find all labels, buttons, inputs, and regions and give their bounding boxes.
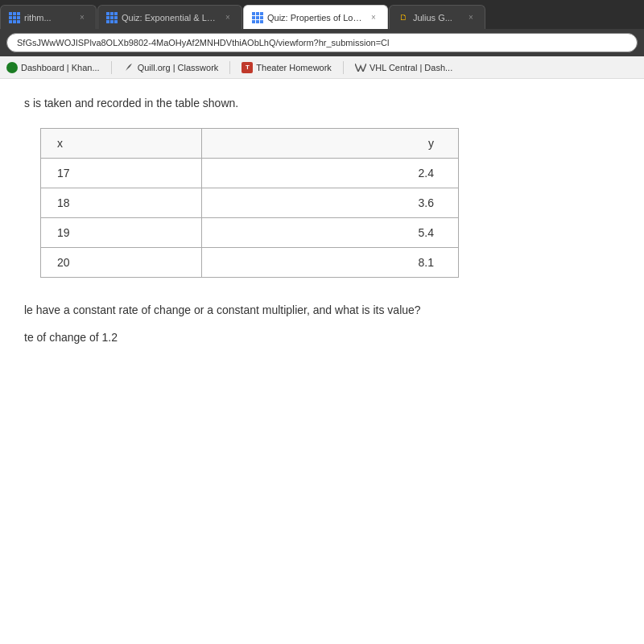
data-table: x y 172.4183.6195.4208.1 xyxy=(40,128,459,278)
theater-icon: T xyxy=(242,62,253,73)
question-text: le have a constant rate of change or a c… xyxy=(24,302,588,319)
divider-3 xyxy=(343,61,344,74)
table-cell-x: 19 xyxy=(41,218,202,248)
divider-2 xyxy=(229,61,230,74)
bookmark-vhl-label: VHL Central | Dash... xyxy=(369,63,452,72)
table-cell-x: 18 xyxy=(41,188,202,218)
svg-point-0 xyxy=(8,64,16,72)
bookmark-quill-label: Quill.org | Classwork xyxy=(138,63,219,72)
tab-4-close[interactable]: × xyxy=(465,12,477,23)
table-cell-x: 17 xyxy=(41,159,202,188)
tab-2-icon xyxy=(106,12,118,23)
tab-3-close[interactable]: × xyxy=(368,12,379,23)
answer-text: te of change of 1.2 xyxy=(24,331,588,344)
table-header-x: x xyxy=(41,129,202,159)
address-input[interactable]: SfGsJWwWOJISPlva8OLXb9802-4MaOHyAf2MNHDV… xyxy=(6,33,638,52)
tab-1-close[interactable]: × xyxy=(76,12,88,23)
table-cell-y: 3.6 xyxy=(201,188,458,218)
tab-3-icon xyxy=(252,12,263,23)
table-cell-y: 5.4 xyxy=(201,218,458,248)
table-row: 195.4 xyxy=(41,218,459,248)
tab-2-label: Quiz: Exponential & Logarithm... xyxy=(122,13,217,23)
tab-3[interactable]: Quiz: Properties of Logarithms × xyxy=(243,5,388,29)
khanacademy-icon xyxy=(6,62,18,73)
browser-chrome: rithm... × Quiz: Exponential & Logarithm… xyxy=(0,0,644,79)
tab-4[interactable]: 🗋 Julius G... × xyxy=(389,5,485,29)
bookmark-quill[interactable]: Quill.org | Classwork xyxy=(123,62,219,73)
table-row: 208.1 xyxy=(41,248,459,278)
bookmark-vhl[interactable]: VHL Central | Dash... xyxy=(355,62,452,73)
bookmark-dashboard-khan[interactable]: Dashboard | Khan... xyxy=(6,62,100,73)
table-cell-y: 2.4 xyxy=(201,159,458,188)
table-header-y: y xyxy=(201,129,458,159)
bookmark-theater[interactable]: T Theater Homework xyxy=(242,62,332,73)
bookmark-theater-label: Theater Homework xyxy=(256,63,332,72)
tab-3-label: Quiz: Properties of Logarithms xyxy=(267,13,363,23)
tab-1-icon xyxy=(9,12,20,23)
table-cell-y: 8.1 xyxy=(201,248,458,278)
table-cell-x: 20 xyxy=(41,248,202,278)
tab-1[interactable]: rithm... × xyxy=(0,5,97,29)
tab-4-label: Julius G... xyxy=(413,13,460,23)
table-row: 172.4 xyxy=(41,159,459,188)
bookmark-dashboard-khan-label: Dashboard | Khan... xyxy=(21,63,100,72)
tab-1-label: rithm... xyxy=(24,13,72,23)
page-content: s is taken and recorded in the table sho… xyxy=(0,79,644,644)
intro-text: s is taken and recorded in the table sho… xyxy=(24,95,588,112)
tab-4-icon: 🗋 xyxy=(398,12,409,23)
table-row: 183.6 xyxy=(41,188,459,218)
vhl-icon xyxy=(355,62,366,73)
divider-1 xyxy=(111,61,112,74)
bookmarks-bar: Dashboard | Khan... Quill.org | Classwor… xyxy=(0,56,644,79)
tab-bar: rithm... × Quiz: Exponential & Logarithm… xyxy=(0,0,644,29)
tab-2-close[interactable]: × xyxy=(222,12,233,23)
tab-2[interactable]: Quiz: Exponential & Logarithm... × xyxy=(97,5,242,29)
quill-icon xyxy=(123,62,134,73)
address-bar: SfGsJWwWOJISPlva8OLXb9802-4MaOHyAf2MNHDV… xyxy=(0,29,644,56)
